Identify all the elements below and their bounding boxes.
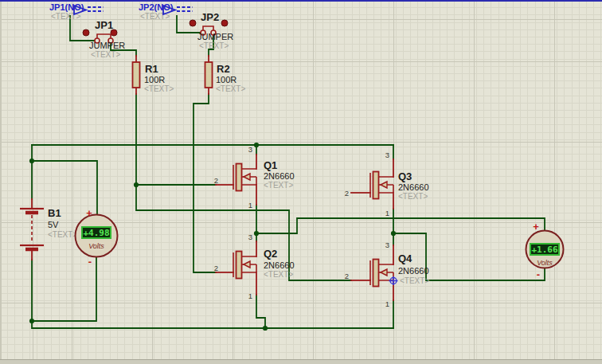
- pin-number-source: 1: [385, 209, 389, 217]
- mosfet-q3[interactable]: Q3 2N6660 <TEXT> 3 2 1: [345, 151, 429, 217]
- resistor-body: [205, 62, 213, 88]
- mosfet-channel: [373, 172, 379, 199]
- battery-ref: B1: [48, 207, 61, 219]
- wire-r2-to-q2-gate[interactable]: [194, 94, 216, 272]
- mosfet-model: 2N6660: [264, 171, 295, 181]
- wire-gatenet1-to-q4[interactable]: [136, 185, 351, 280]
- jumper-terminal: [83, 29, 89, 36]
- pin-number-source: 1: [385, 299, 389, 308]
- pin-number-gate: 2: [214, 264, 218, 272]
- schematic-canvas[interactable]: JP1(NO) <TEXT> JP2(NO) <TEXT> JP1 JUMPER…: [0, 0, 602, 364]
- mosfet-channel: [373, 260, 379, 287]
- probe-dashes-icon: [177, 7, 193, 11]
- mosfet-model: 2N6660: [398, 266, 429, 276]
- pin-number-source: 1: [248, 292, 252, 300]
- wire-q2-source-to-rail[interactable]: [256, 295, 265, 328]
- jumper-jp2[interactable]: JP2 JUMPER <TEXT>: [190, 11, 233, 50]
- battery-b1[interactable]: B1 5V <TEXT>: [20, 199, 77, 260]
- wire-bottom-rail[interactable]: [32, 260, 393, 328]
- resistor-r2[interactable]: R2 100R <TEXT>: [205, 56, 246, 94]
- mosfet-q4[interactable]: Q4 2N6660 <TEXT> 3 2 1: [345, 241, 430, 308]
- voltmeter-reading: +1.66: [531, 245, 557, 255]
- voltmeter-minus-sign: -: [537, 268, 540, 280]
- junction-dot: [134, 182, 139, 187]
- jumper-link-icon: [203, 26, 213, 30]
- window-top-edge: [0, 0, 602, 2]
- voltmeter-plus-sign: +: [533, 221, 539, 233]
- voltmeter-minus-sign: -: [88, 256, 92, 268]
- mosfet-ref: Q3: [398, 170, 412, 182]
- pin-number-drain: 3: [385, 151, 389, 159]
- probe-jp1no[interactable]: JP1(NO) <TEXT>: [49, 2, 104, 21]
- voltmeter-reading: +4.98: [83, 228, 109, 238]
- mosfet-text-placeholder: <TEXT>: [398, 192, 428, 201]
- junction-dot: [391, 231, 396, 236]
- jumper-type: JUMPER: [89, 41, 125, 50]
- resistor-text-placeholder: <TEXT>: [144, 84, 174, 93]
- mosfet-arrow-icon: [381, 182, 387, 188]
- mosfet-channel: [236, 164, 242, 191]
- battery-value: 5V: [48, 220, 59, 229]
- junction-dot: [263, 326, 268, 331]
- junction-dot: [29, 319, 34, 323]
- canvas-left-edge: [0, 0, 2, 364]
- origin-marker-icon: [389, 276, 398, 285]
- jumper-text-placeholder: <TEXT>: [199, 41, 229, 50]
- mosfet-arrow-icon: [244, 261, 250, 268]
- mosfet-q2[interactable]: Q2 2N6660 <TEXT> 3 2 1: [214, 233, 295, 300]
- mosfet-model: 2N6660: [264, 260, 295, 270]
- junction-dot: [29, 159, 34, 163]
- pin-number-drain: 3: [248, 233, 252, 241]
- wire-output-left-to-vm2-plus[interactable]: [256, 218, 545, 233]
- pin-number-gate: 2: [214, 176, 218, 185]
- jumper-link-icon: [97, 34, 111, 38]
- mosfet-text-placeholder: <TEXT>: [400, 276, 429, 285]
- voltmeter-unit: Volts: [88, 242, 104, 250]
- wire-probe2-to-jp2[interactable]: [177, 16, 201, 33]
- resistor-ref: R1: [145, 63, 158, 75]
- canvas-bottom-strip: [0, 359, 602, 364]
- jumper-jp1[interactable]: JP1 JUMPER <TEXT>: [83, 19, 125, 59]
- resistor-body: [133, 62, 140, 88]
- probe-jp2no[interactable]: JP2(NO) <TEXT>: [139, 2, 193, 21]
- voltmeter-plus-sign: +: [86, 207, 92, 219]
- probe-dashes-icon: [88, 7, 104, 11]
- jumper-type: JUMPER: [197, 32, 233, 41]
- jumper-terminal: [221, 20, 228, 26]
- mosfet-text-placeholder: <TEXT>: [264, 270, 293, 279]
- mosfet-model: 2N6660: [398, 182, 429, 192]
- jumper-ref: JP1: [95, 19, 113, 31]
- voltmeter-unit: Volts: [537, 259, 553, 267]
- resistor-value: 100R: [144, 75, 165, 84]
- battery-text-placeholder: <TEXT>: [48, 230, 77, 239]
- mosfet-arrow-icon: [381, 269, 387, 276]
- schematic-svg: JP1(NO) <TEXT> JP2(NO) <TEXT> JP1 JUMPER…: [0, 0, 602, 364]
- jumper-text-placeholder: <TEXT>: [91, 50, 120, 59]
- resistor-r1[interactable]: R1 100R <TEXT>: [133, 56, 174, 94]
- mosfet-q1[interactable]: Q1 2N6660 <TEXT> 3 2 1: [214, 145, 295, 209]
- pin-number-gate: 2: [345, 189, 349, 198]
- mosfet-arrow-icon: [244, 174, 250, 180]
- pin-number-source: 1: [248, 201, 252, 209]
- mosfet-ref: Q2: [264, 248, 277, 260]
- wire-vm1-minus[interactable]: [32, 256, 96, 321]
- jumper-ref: JP2: [201, 11, 219, 23]
- junction-dot: [254, 143, 259, 147]
- resistor-text-placeholder: <TEXT>: [216, 84, 245, 93]
- junction-dot: [254, 231, 259, 236]
- mosfet-ref: Q1: [264, 159, 277, 171]
- resistor-ref: R2: [217, 63, 230, 75]
- pin-number-gate: 2: [345, 272, 349, 280]
- mosfet-text-placeholder: <TEXT>: [264, 181, 293, 190]
- jumper-terminal: [190, 20, 196, 26]
- mosfet-channel: [236, 252, 242, 279]
- pin-number-drain: 3: [385, 241, 389, 249]
- mosfet-ref: Q4: [398, 252, 412, 264]
- resistor-value: 100R: [216, 75, 236, 84]
- pin-number-drain: 3: [248, 145, 252, 154]
